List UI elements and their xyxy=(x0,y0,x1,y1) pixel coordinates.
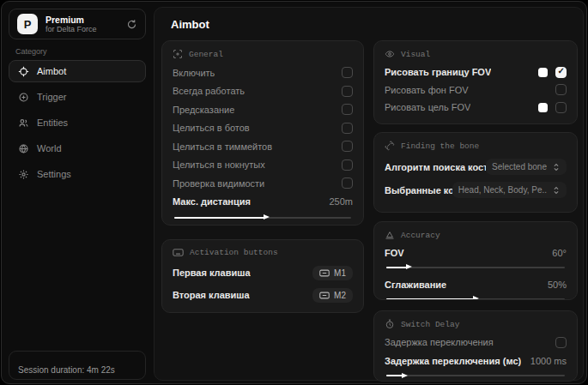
setting-row: Рисовать цель FOV xyxy=(385,99,567,117)
keybind-row: Вторая клавиша M2 xyxy=(173,284,353,306)
checkbox[interactable] xyxy=(342,141,353,152)
sidebar-nav: Aimbot Trigger Entities xyxy=(9,60,146,189)
bone-algorithm-dropdown[interactable]: Selected bone xyxy=(486,159,567,175)
accuracy-title: Accuracy xyxy=(401,231,440,240)
globe-icon xyxy=(18,143,29,154)
slider-row: FOV 60° xyxy=(385,244,567,261)
keybind-row: Первая клавиша M1 xyxy=(173,262,353,284)
keybind-button[interactable]: M2 xyxy=(312,288,353,303)
checkbox[interactable] xyxy=(342,104,353,115)
scan-icon xyxy=(173,49,183,59)
slider-value: 50% xyxy=(548,280,567,290)
chevron-up-down-icon xyxy=(552,186,561,195)
sidebar-item-label: Entities xyxy=(37,117,68,128)
slider-label: Задержка переключения (мс) xyxy=(385,356,521,366)
setting-row: Задержка переключения xyxy=(385,334,567,352)
session-duration-text: Session duration: 4m 22s xyxy=(18,365,115,375)
slider-row: Задержка переключения (мс) 1000 ms xyxy=(385,353,567,370)
checkbox[interactable] xyxy=(555,337,567,348)
category-label: Category xyxy=(15,47,47,56)
page-title: Aimbot xyxy=(171,18,209,31)
sidebar-item-label: World xyxy=(37,143,62,153)
setting-label: Включить xyxy=(173,68,215,78)
checkbox[interactable] xyxy=(555,67,567,78)
general-card: General Включить Всегда работать Предска… xyxy=(161,40,364,226)
setting-label: Целиться в тиммейтов xyxy=(173,141,272,152)
setting-label: Задержка переключения xyxy=(385,337,494,347)
visual-card: Visual Рисовать границу FOV Рисовать фон… xyxy=(373,40,578,124)
checkbox[interactable] xyxy=(342,86,353,97)
dropdown-row: Выбранные кос Head, Neck, Body, Pe.. xyxy=(385,178,567,202)
dropdown-label: Алгоритм поиска кост xyxy=(385,162,486,172)
bone-card: Finding the bone Алгоритм поиска кост Se… xyxy=(373,132,578,213)
sidebar-item-settings[interactable]: Settings xyxy=(9,163,146,185)
slider-label: FOV xyxy=(385,248,404,258)
switch-delay-card: Switch Delay Задержка переключения Задер… xyxy=(373,310,578,382)
checkbox[interactable] xyxy=(342,159,353,171)
setting-row: Проверка видимости xyxy=(173,174,353,193)
dropdown-row: Алгоритм поиска кост Selected bone xyxy=(385,155,567,178)
chevron-up-down-icon xyxy=(552,163,561,171)
color-swatch[interactable] xyxy=(538,68,548,77)
dropdown-value: Head, Neck, Body, Pe.. xyxy=(458,185,547,195)
activation-title: Activation buttons xyxy=(190,248,278,257)
setting-row: Целиться в нокнутых xyxy=(173,156,353,175)
key-icon xyxy=(319,292,330,299)
sidebar-item-label: Settings xyxy=(37,169,71,179)
setting-label: Рисовать границу FOV xyxy=(385,67,491,77)
setting-row: Рисовать фон FOV xyxy=(385,81,567,99)
keybind-label: Вторая клавиша xyxy=(173,290,250,300)
max-distance-slider[interactable] xyxy=(173,214,353,221)
brand-logo: P xyxy=(17,14,38,34)
gear-icon xyxy=(18,169,29,180)
checkbox[interactable] xyxy=(342,177,353,189)
keybind-button[interactable]: M1 xyxy=(312,266,353,280)
switch-delay-slider[interactable] xyxy=(385,372,567,380)
gauge-icon xyxy=(385,230,395,240)
brand-card: P Premium for Delta Force xyxy=(9,9,146,39)
setting-label: Рисовать фон FOV xyxy=(385,85,469,95)
eye-icon xyxy=(385,49,395,59)
setting-label: Проверка видимости xyxy=(173,178,264,189)
checkbox[interactable] xyxy=(555,102,567,113)
key-icon xyxy=(319,269,330,277)
setting-row: Предсказание xyxy=(173,100,353,119)
slider-label: Макс. дистанция xyxy=(173,196,251,207)
checkbox[interactable] xyxy=(342,123,353,134)
fov-slider[interactable] xyxy=(385,263,567,271)
slider-value: 1000 ms xyxy=(530,356,567,366)
keybind-value: M2 xyxy=(334,291,346,300)
checkbox[interactable] xyxy=(342,67,353,78)
color-swatch[interactable] xyxy=(538,103,548,112)
sidebar-item-trigger[interactable]: Trigger xyxy=(9,86,146,108)
sidebar-item-aimbot[interactable]: Aimbot xyxy=(9,60,146,82)
slider-row: Сглаживание 50% xyxy=(385,276,567,292)
setting-label: Целиться в ботов xyxy=(173,123,250,133)
setting-row: Включить xyxy=(173,63,353,82)
setting-row: Целиться в ботов xyxy=(173,119,353,138)
sidebar-item-label: Trigger xyxy=(37,92,66,102)
dropdown-value: Selected bone xyxy=(492,162,547,171)
selected-bones-dropdown[interactable]: Head, Neck, Body, Pe.. xyxy=(452,182,567,198)
activation-card: Activation buttons Первая клавиша M1 Вто… xyxy=(161,239,364,313)
dropdown-label: Выбранные кос xyxy=(385,185,452,196)
bone-title: Finding the bone xyxy=(401,141,479,151)
sidebar-item-world[interactable]: World xyxy=(9,137,146,159)
bone-icon xyxy=(385,141,395,151)
setting-label: Всегда работать xyxy=(173,86,245,96)
app-window: P Premium for Delta Force Category Aimbo… xyxy=(1,1,587,384)
refresh-icon[interactable] xyxy=(126,19,137,30)
slider-row: Макс. дистанция 250m xyxy=(173,193,353,212)
brand-title: Premium xyxy=(45,15,97,25)
checkbox[interactable] xyxy=(555,84,567,95)
entities-icon xyxy=(18,117,29,129)
keybind-value: M1 xyxy=(334,268,346,278)
setting-row: Рисовать границу FOV xyxy=(385,63,567,81)
setting-row: Целиться в тиммейтов xyxy=(173,137,353,156)
timer-icon xyxy=(385,319,395,329)
sidebar-item-entities[interactable]: Entities xyxy=(9,111,146,134)
session-duration: Session duration: 4m 22s xyxy=(9,351,146,380)
smoothing-slider[interactable] xyxy=(385,295,567,300)
slider-label: Сглаживание xyxy=(385,280,446,290)
crosshair-icon xyxy=(18,66,29,77)
